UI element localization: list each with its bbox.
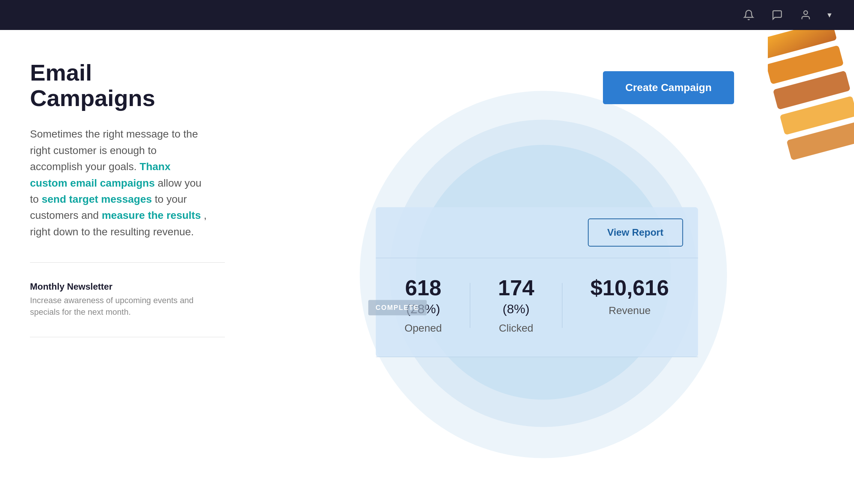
- stats-card: View Report COMPLETE 618 (28%) Opened 17…: [375, 207, 698, 357]
- stat-divider-1: [470, 283, 470, 328]
- navbar: ▾: [0, 0, 854, 30]
- bell-icon[interactable]: [742, 8, 755, 22]
- clicked-label: Clicked: [499, 322, 533, 334]
- clicked-pct: (8%): [503, 302, 529, 316]
- revenue-label: Revenue: [609, 305, 651, 317]
- campaign-item: Monthly Newsletter Increase awareness of…: [30, 278, 210, 322]
- view-report-button[interactable]: View Report: [588, 218, 683, 247]
- create-campaign-button[interactable]: Create Campaign: [603, 71, 734, 104]
- status-badge: COMPLETE: [368, 300, 426, 315]
- user-icon[interactable]: [799, 8, 812, 22]
- opened-value: 618: [405, 277, 441, 299]
- view-report-row: View Report: [375, 207, 698, 258]
- desc-text-before: Sometimes the right message to the right…: [30, 128, 198, 172]
- left-panel: Email Campaigns Sometimes the right mess…: [0, 30, 232, 504]
- desc-highlight3: measure the results: [102, 209, 201, 221]
- campaign-description: Increase awareness of upcoming events an…: [30, 295, 210, 318]
- stat-divider-2: [562, 283, 562, 328]
- page-title: Email Campaigns: [30, 60, 210, 111]
- dropdown-icon[interactable]: ▾: [827, 10, 832, 20]
- campaign-name: Monthly Newsletter: [30, 281, 210, 292]
- clicked-stat: 174 (8%) Clicked: [498, 277, 534, 334]
- top-divider: [30, 262, 225, 263]
- clicked-value: 174: [498, 277, 534, 299]
- message-icon[interactable]: [770, 8, 784, 22]
- svg-point-0: [804, 11, 808, 15]
- revenue-stat: $10,616 Revenue: [590, 277, 669, 317]
- right-panel: Create Campaign View Report COMPLETE 618…: [232, 30, 854, 504]
- orange-decoration: [768, 30, 854, 165]
- opened-label: Opened: [404, 322, 442, 334]
- desc-highlight2: send target messages: [42, 193, 152, 205]
- description-text: Sometimes the right message to the right…: [30, 126, 210, 240]
- revenue-value: $10,616: [590, 277, 669, 299]
- main-content: Email Campaigns Sometimes the right mess…: [0, 30, 854, 504]
- bottom-divider: [30, 337, 225, 337]
- stats-row-wrapper: COMPLETE 618 (28%) Opened 174 (8%) Click…: [375, 258, 698, 357]
